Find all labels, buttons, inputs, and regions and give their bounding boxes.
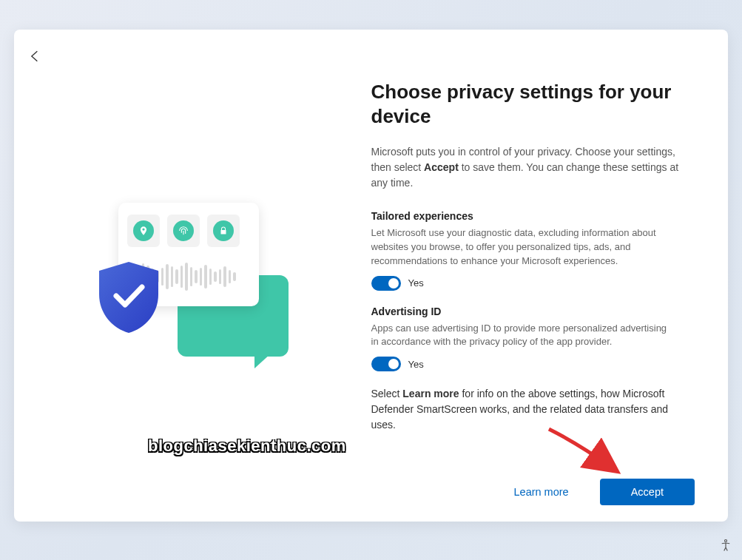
setting-tailored-experiences: Tailored experiences Let Microsoft use y… bbox=[371, 210, 672, 291]
page-title: Choose privacy settings for your device bbox=[371, 80, 688, 128]
fingerprint-icon bbox=[167, 215, 200, 247]
setting-description: Apps can use advertising ID to provide m… bbox=[371, 322, 672, 350]
content-area: Choose privacy settings for your device … bbox=[14, 30, 728, 522]
toggle-state-label: Yes bbox=[408, 277, 424, 289]
oobe-window: Choose privacy settings for your device … bbox=[14, 30, 728, 522]
location-icon bbox=[127, 215, 160, 247]
watermark-text: blogchiasekienthuc.com bbox=[148, 436, 346, 456]
advertising-id-toggle[interactable] bbox=[371, 357, 401, 371]
action-bar: Learn more Accept bbox=[496, 479, 695, 505]
page-subtitle: Microsoft puts you in control of your pr… bbox=[371, 144, 688, 191]
tailored-experiences-toggle[interactable] bbox=[371, 276, 401, 291]
setting-title: Tailored experiences bbox=[371, 210, 672, 222]
settings-pane: Choose privacy settings for your device … bbox=[371, 58, 729, 522]
sub-bold: Accept bbox=[424, 161, 459, 173]
footer-pre: Select bbox=[371, 388, 403, 399]
learn-more-button[interactable]: Learn more bbox=[496, 479, 587, 505]
accessibility-button[interactable] bbox=[717, 536, 735, 554]
footer-info-text: Select Learn more for info on the above … bbox=[371, 386, 672, 433]
lock-icon bbox=[207, 215, 240, 247]
setting-title: Advertising ID bbox=[371, 306, 672, 317]
svg-point-0 bbox=[725, 540, 727, 542]
shield-icon bbox=[96, 260, 161, 334]
settings-scroll-area[interactable]: Tailored experiences Let Microsoft use y… bbox=[371, 210, 688, 460]
footer-bold: Learn more bbox=[402, 388, 459, 399]
setting-advertising-id: Advertising ID Apps can use advertising … bbox=[371, 306, 672, 372]
privacy-illustration bbox=[96, 201, 289, 379]
accept-button[interactable]: Accept bbox=[600, 479, 695, 505]
toggle-state-label: Yes bbox=[408, 359, 424, 370]
setting-description: Let Microsoft use your diagnostic data, … bbox=[371, 226, 672, 269]
